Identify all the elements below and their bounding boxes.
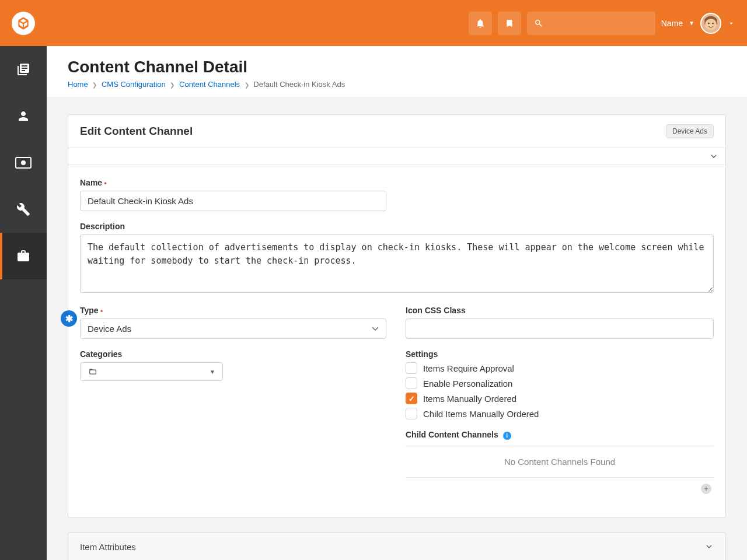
panel-title: Edit Content Channel (80, 125, 193, 138)
topbar: Name ▼ (0, 0, 747, 46)
caret-down-icon: ▼ (210, 369, 215, 375)
checkbox-manual-order-label: Items Manually Ordered (423, 394, 516, 404)
sidebar-item-3[interactable] (0, 139, 47, 186)
logo[interactable] (12, 12, 35, 35)
breadcrumb-current: Default Check-in Kiosk Ads (253, 80, 345, 89)
sidebar-item-5[interactable] (0, 233, 47, 279)
chevron-right-icon: ❯ (170, 82, 174, 88)
avatar (700, 13, 721, 34)
avatar-face-icon (701, 13, 720, 34)
breadcrumb: Home ❯ CMS Configuration ❯ Content Chann… (68, 80, 726, 89)
bookmark-icon (505, 18, 514, 29)
child-channels-label: Child Content Channels i (406, 430, 714, 440)
sidebar (0, 46, 47, 560)
bookmark-button[interactable] (498, 12, 521, 35)
child-channels-empty: No Content Channels Found (406, 446, 714, 478)
svg-point-5 (21, 160, 26, 165)
user-menu[interactable]: Name ▼ (661, 13, 735, 34)
checkbox-personalization-label: Enable Personalization (423, 379, 512, 388)
checkbox-manual-order[interactable] (406, 393, 417, 404)
svg-point-2 (708, 22, 710, 24)
svg-point-3 (712, 22, 714, 24)
description-textarea[interactable]: The default collection of advertisements… (80, 235, 714, 293)
checkbox-child-manual-label: Child Items Manually Ordered (423, 409, 539, 419)
checkbox-personalization[interactable] (406, 377, 417, 389)
type-label: Type (80, 306, 388, 315)
breadcrumb-cms[interactable]: CMS Configuration (102, 80, 166, 89)
categories-picker[interactable]: ▼ (80, 362, 223, 381)
search-icon (534, 19, 543, 28)
categories-label: Categories (80, 349, 388, 359)
breadcrumb-home[interactable]: Home (68, 80, 88, 89)
toolbox-icon (16, 249, 30, 263)
sidebar-item-1[interactable] (0, 46, 47, 93)
sidebar-item-2[interactable] (0, 93, 47, 139)
chevron-down-icon[interactable] (709, 152, 718, 161)
checkbox-approval-label: Items Require Approval (423, 363, 514, 373)
rock-logo-icon (16, 16, 31, 31)
svg-point-1 (705, 19, 717, 30)
folder-open-icon (88, 368, 98, 376)
item-attributes-title: Item Attributes (80, 542, 136, 552)
sidebar-item-4[interactable] (0, 186, 47, 233)
chevron-down-icon (704, 542, 714, 551)
page-title: Content Channel Detail (68, 58, 726, 76)
notifications-button[interactable] (469, 12, 492, 35)
required-badge-icon: ✱ (61, 310, 77, 327)
icon-css-label: Icon CSS Class (406, 306, 714, 315)
checkbox-approval[interactable] (406, 362, 417, 374)
checkbox-child-manual[interactable] (406, 408, 417, 419)
settings-label: Settings (406, 349, 714, 359)
description-label: Description (80, 222, 714, 231)
book-icon (16, 62, 30, 76)
chevron-down-icon (727, 19, 735, 27)
type-select[interactable]: Device Ads (80, 318, 386, 339)
user-name-label: Name (661, 19, 683, 28)
type-badge: Device Ads (666, 124, 714, 138)
item-attributes-panel[interactable]: Item Attributes (68, 532, 726, 561)
name-label: Name (80, 178, 714, 187)
edit-panel: Edit Content Channel Device Ads Name Des… (68, 114, 726, 518)
name-input[interactable] (80, 191, 386, 211)
wrench-icon (16, 202, 30, 216)
icon-css-input[interactable] (406, 318, 714, 339)
add-child-channel-button[interactable]: + (701, 484, 711, 494)
info-icon[interactable]: i (503, 432, 511, 440)
breadcrumb-channels[interactable]: Content Channels (179, 80, 240, 89)
bell-icon (475, 18, 486, 29)
chevron-right-icon: ❯ (245, 82, 249, 88)
main-content: Content Channel Detail Home ❯ CMS Config… (47, 46, 747, 560)
person-icon (16, 109, 30, 123)
page-header: Content Channel Detail Home ❯ CMS Config… (47, 46, 747, 97)
chevron-right-icon: ❯ (92, 82, 97, 88)
search-input[interactable] (527, 12, 655, 35)
caret-down-icon: ▼ (689, 20, 694, 26)
money-icon (15, 157, 32, 169)
